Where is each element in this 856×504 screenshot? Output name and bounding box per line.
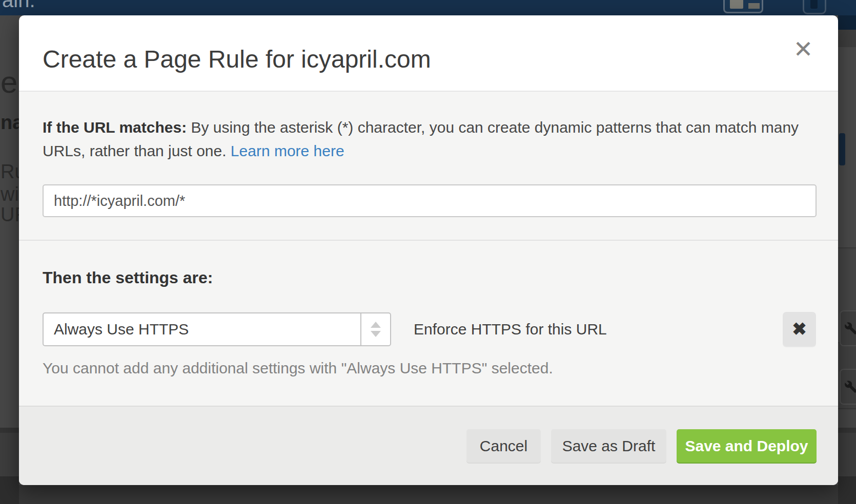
backdrop-text-fragment: Ru — [1, 161, 19, 183]
layout-columns-icon-bar — [748, 3, 760, 9]
backdrop-row — [838, 476, 856, 504]
backdrop-row — [838, 30, 856, 47]
save-and-deploy-button[interactable]: Save and Deploy — [677, 429, 817, 463]
modal-title: Create a Page Rule for icyapril.com — [43, 45, 431, 73]
backdrop-text-fragment: nav — [1, 112, 19, 134]
backdrop-bottom-strip — [19, 485, 838, 504]
header-partial-text: ain. — [2, 0, 35, 12]
layout-columns-icon-block — [730, 0, 743, 9]
setting-select[interactable]: Always Use HTTPS — [43, 312, 391, 346]
cancel-button[interactable]: Cancel — [466, 429, 541, 463]
wrench-icon — [844, 322, 856, 335]
setting-description: Enforce HTTPS for this URL — [414, 312, 607, 346]
backdrop-text-fragment: e — [1, 65, 17, 100]
backdrop-text-fragment: UR — [1, 204, 19, 226]
chevron-down-icon — [371, 331, 381, 337]
screen: ain. e nav Ru will UR — [0, 0, 856, 504]
section-divider — [19, 240, 838, 241]
create-page-rule-modal: Create a Page Rule for icyapril.com ✕ If… — [19, 15, 838, 485]
backdrop-left-strip: e nav Ru will UR — [0, 15, 19, 504]
backdrop-row — [0, 476, 19, 504]
backdrop-row — [0, 433, 19, 476]
remove-setting-button[interactable]: ✖ — [783, 312, 816, 346]
settings-heading: Then the settings are: — [43, 268, 213, 287]
close-icon[interactable]: ✕ — [790, 36, 816, 62]
backdrop-divider — [0, 428, 19, 433]
backdrop-divider — [838, 428, 856, 433]
setting-select-value: Always Use HTTPS — [44, 313, 360, 345]
learn-more-link[interactable]: Learn more here — [231, 142, 344, 159]
backdrop-blue-button-fragment — [839, 133, 845, 165]
backdrop-row — [838, 433, 856, 476]
url-match-description: If the URL matches: By using the asteris… — [43, 116, 806, 163]
save-as-draft-button[interactable]: Save as Draft — [551, 429, 666, 463]
backdrop-text-fragment: will — [1, 183, 19, 205]
edit-rule-button-fragment — [840, 310, 856, 346]
page-header-bar: ain. — [0, 0, 856, 15]
url-pattern-input[interactable] — [43, 184, 817, 217]
select-spinner[interactable] — [360, 313, 390, 345]
wrench-icon — [844, 380, 856, 393]
backdrop-right-strip — [838, 15, 856, 504]
edit-rule-button-fragment — [840, 369, 856, 405]
backdrop-header-edge — [838, 15, 856, 30]
setting-note: You cannot add any additional settings w… — [43, 360, 553, 377]
header-partial-icon — [803, 0, 826, 14]
backdrop-row — [838, 409, 856, 428]
chevron-up-icon — [371, 322, 381, 328]
url-match-label: If the URL matches: — [43, 119, 187, 136]
modal-footer: Cancel Save as Draft Save and Deploy — [19, 406, 838, 485]
layout-columns-icon — [723, 0, 763, 13]
header-partial-icon-inner — [810, 0, 818, 9]
